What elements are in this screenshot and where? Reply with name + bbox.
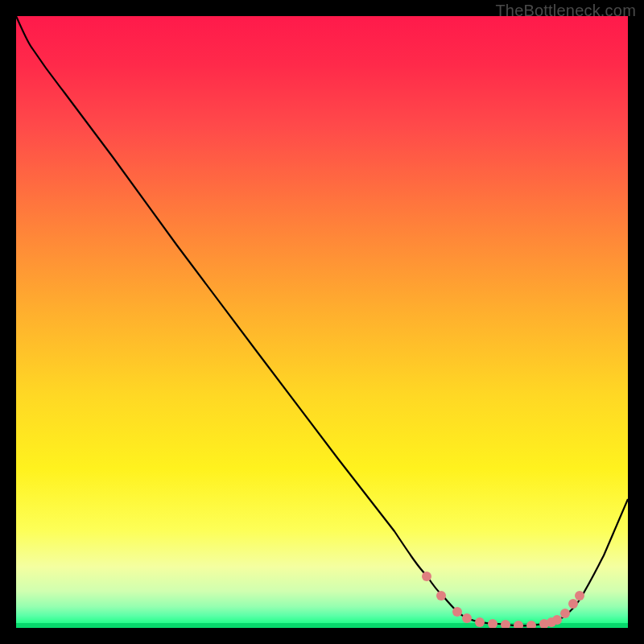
watermark-text: TheBottleneck.com	[495, 2, 636, 20]
highlight-dot	[568, 599, 578, 609]
highlight-dot	[514, 621, 523, 628]
highlight-dot	[422, 572, 431, 581]
highlight-dot	[436, 591, 446, 601]
highlight-dot	[452, 607, 462, 617]
highlight-dot	[575, 591, 584, 601]
plot-area	[16, 16, 628, 628]
bottleneck-curve	[16, 16, 628, 625]
chart-frame: TheBottleneck.com	[0, 0, 644, 644]
curve-layer	[16, 16, 628, 628]
highlight-dot	[475, 617, 485, 627]
highlight-dot	[526, 621, 536, 628]
highlight-dot	[552, 615, 562, 625]
highlight-dot	[501, 620, 510, 628]
highlight-dot	[488, 619, 497, 628]
highlight-dot	[560, 609, 570, 618]
highlight-dot	[462, 613, 472, 623]
